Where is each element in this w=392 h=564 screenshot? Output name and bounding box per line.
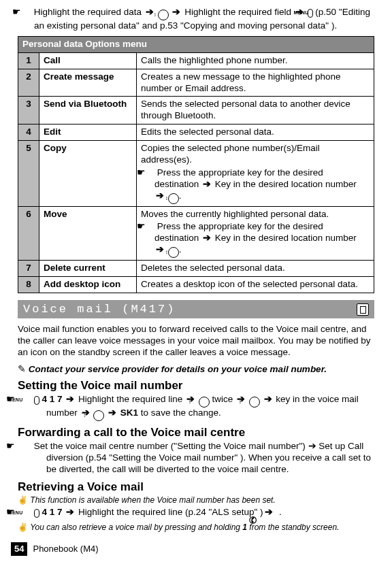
sim-icon bbox=[357, 303, 369, 316]
subheading-set: Setting the Voice mail number bbox=[18, 378, 374, 393]
intro-pre: Highlight the required data bbox=[34, 7, 142, 17]
row-num: 6 bbox=[18, 206, 39, 261]
hand-icon: ☛ bbox=[18, 441, 31, 452]
arrow-icon: ➔ bbox=[171, 7, 182, 17]
row-desc: Calls the highlighted phone number. bbox=[137, 52, 374, 69]
arrow-icon: ➔ bbox=[154, 190, 165, 201]
row-name: Create message bbox=[39, 69, 137, 97]
nav-icon: ↕ bbox=[93, 410, 104, 421]
memo-icon: ✎ bbox=[18, 364, 26, 374]
fwd-step: ☛ Set the voice mail centre number ("Set… bbox=[18, 441, 374, 476]
row-name: Edit bbox=[39, 125, 137, 141]
intro-step: ☛ Highlight the required data ➔ ↕ ➔ High… bbox=[18, 7, 374, 32]
row-desc: Creates a new message to the highlighted… bbox=[137, 69, 374, 97]
row-desc: Creates a desktop icon of the selected p… bbox=[137, 277, 374, 293]
row-name: Send via Bluetooth bbox=[39, 97, 137, 125]
row-desc: Copies the selected phone number(s)/Emai… bbox=[137, 141, 374, 207]
key-seq: 4 1 7 bbox=[42, 394, 65, 404]
row-desc: Edits the selected personal data. bbox=[137, 125, 374, 141]
intro-mid: Highlight the required field bbox=[184, 7, 291, 17]
ret-note2: ✌ You can also retrieve a voice mail by … bbox=[18, 522, 374, 533]
row-name: Copy bbox=[39, 141, 137, 207]
call-icon: ✆ bbox=[274, 508, 278, 518]
row-num: 4 bbox=[18, 125, 39, 141]
menu-icon: MENU bbox=[34, 396, 39, 405]
nav-icon: ↕ bbox=[199, 397, 210, 408]
nav-icon: ↕ bbox=[168, 193, 179, 204]
hand-icon: ☛ bbox=[141, 167, 154, 179]
subheading-ret: Retrieving a Voice mail bbox=[18, 480, 374, 494]
page-footer: 54 Phonebook (M4) bbox=[11, 542, 99, 556]
section-title: Voice mail (M417) bbox=[23, 302, 176, 316]
arrow-icon: ➔ bbox=[201, 179, 212, 189]
row-name: Call bbox=[39, 52, 137, 69]
table-row: 4 Edit Edits the selected personal data. bbox=[18, 125, 374, 141]
ret-step: ☛ MENU 4 1 7 ➔ Highlight the required li… bbox=[18, 507, 374, 518]
table-header: Personal data Options menu bbox=[18, 36, 374, 52]
row-name: Add desktop icon bbox=[39, 277, 137, 293]
row-name: Delete current bbox=[39, 261, 137, 277]
ret-note1: ✌ This function is available when the Vo… bbox=[18, 495, 374, 505]
note-line: ✎ Contact your service provider for deta… bbox=[18, 364, 374, 376]
voice-mail-paragraph: Voice mail function enables you to forwa… bbox=[18, 324, 374, 359]
subheading-fwd: Forwarding a call to the Voice mail cent… bbox=[18, 425, 374, 439]
arrow-icon: ➔ bbox=[154, 244, 165, 254]
table-row: 6 Move Moves the currently highlighted p… bbox=[18, 206, 374, 261]
table-row: 3 Send via Bluetooth Sends the selected … bbox=[18, 97, 374, 125]
nav-icon: ↕ bbox=[158, 10, 169, 20]
hand-icon: ☛ bbox=[141, 221, 154, 233]
table-row: 5 Copy Copies the selected phone number(… bbox=[18, 141, 374, 207]
row-name: Move bbox=[39, 206, 137, 261]
row-num: 2 bbox=[18, 69, 39, 97]
section-header: Voice mail (M417) bbox=[18, 300, 374, 318]
footer-section: Phonebook (M4) bbox=[33, 544, 98, 554]
table-row: 1 Call Calls the highlighted phone numbe… bbox=[18, 52, 374, 69]
arrow-icon: ➔ bbox=[65, 507, 76, 517]
note-icon: ✌ bbox=[18, 495, 28, 505]
row-num: 3 bbox=[18, 97, 39, 125]
page-number: 54 bbox=[11, 542, 27, 556]
key-seq: 4 1 7 bbox=[42, 507, 65, 517]
menu-icon: MENU bbox=[308, 9, 313, 18]
table-row: 8 Add desktop icon Creates a desktop ico… bbox=[18, 277, 374, 293]
row-num: 7 bbox=[18, 261, 39, 277]
row-num: 8 bbox=[18, 277, 39, 293]
menu-icon: MENU bbox=[34, 509, 39, 518]
arrow-icon: ➔ bbox=[65, 394, 76, 404]
note-icon: ✌ bbox=[18, 522, 28, 532]
arrow-icon: ➔ bbox=[263, 394, 274, 404]
nav-icon: ↕ bbox=[168, 247, 179, 258]
row-desc: Sends the selected personal data to anot… bbox=[137, 97, 374, 125]
nav-icon: ↕ bbox=[249, 397, 260, 408]
arrow-icon: ➔ bbox=[107, 408, 118, 418]
row-desc: Deletes the selected personal data. bbox=[137, 261, 374, 277]
arrow-icon: ➔ bbox=[201, 233, 212, 243]
row-desc: Moves the currently highlighted personal… bbox=[137, 206, 374, 261]
table-row: 7 Delete current Deletes the selected pe… bbox=[18, 261, 374, 277]
row-num: 5 bbox=[18, 141, 39, 207]
arrow-icon: ➔ bbox=[263, 507, 274, 517]
table-row: 2 Create message Creates a new message t… bbox=[18, 69, 374, 97]
options-table: Personal data Options menu 1 Call Calls … bbox=[18, 36, 374, 293]
set-step: ☛ MENU 4 1 7 ➔ Highlight the required li… bbox=[18, 394, 374, 421]
row-num: 1 bbox=[18, 52, 39, 69]
hand-icon: ☛ bbox=[18, 7, 31, 18]
sk1-label: SK1 bbox=[120, 408, 138, 418]
